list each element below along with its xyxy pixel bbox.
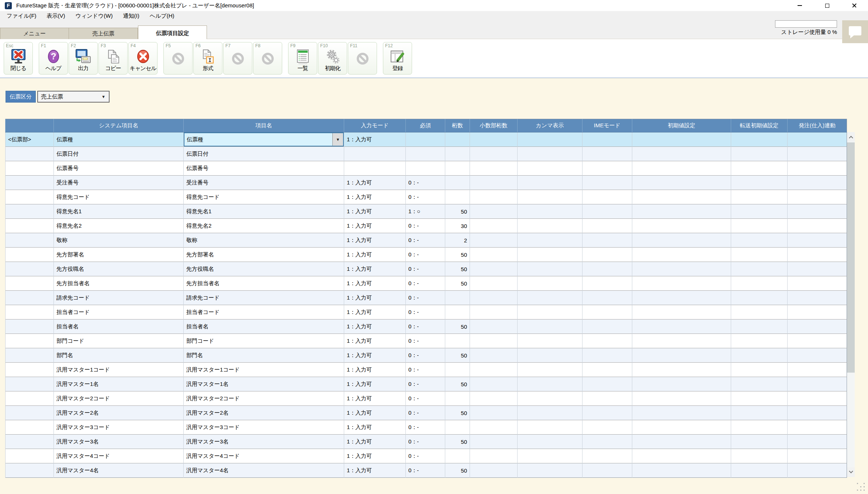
cell-ime-mode[interactable] — [582, 391, 632, 406]
cell-item-name[interactable]: 汎用マスター4名 — [184, 463, 344, 478]
cell-ime-mode[interactable] — [582, 204, 632, 219]
cell-decimal-digits[interactable] — [470, 219, 518, 233]
cell-input-mode[interactable]: 1：入力可 — [344, 190, 406, 204]
cell-system-name[interactable]: 部門名 — [54, 348, 184, 363]
cell-digits[interactable]: 50 — [445, 276, 470, 291]
cell-transfer-initial-value[interactable] — [731, 276, 788, 291]
cell-digits[interactable] — [445, 176, 470, 190]
cell-initial-value[interactable] — [632, 406, 731, 420]
cell-decimal-digits[interactable] — [470, 132, 518, 147]
cell-initial-value[interactable] — [632, 435, 731, 449]
cell-ime-mode[interactable] — [582, 420, 632, 435]
cell-input-mode[interactable] — [344, 161, 406, 176]
cell-ime-mode[interactable] — [582, 319, 632, 334]
cell-input-mode[interactable]: 1：入力可 — [344, 233, 406, 248]
cell-ime-mode[interactable] — [582, 377, 632, 391]
cell-order-link[interactable] — [788, 406, 847, 420]
cell-decimal-digits[interactable] — [470, 190, 518, 204]
cell-comma-display[interactable] — [518, 391, 582, 406]
cell-initial-value[interactable] — [632, 291, 731, 305]
cell-decimal-digits[interactable] — [470, 391, 518, 406]
cell-transfer-initial-value[interactable] — [731, 147, 788, 161]
cell-order-link[interactable] — [788, 204, 847, 219]
cell-system-name[interactable]: 請求先コード — [54, 291, 184, 305]
cell-input-mode[interactable]: 1：入力可 — [344, 305, 406, 319]
chevron-down-icon[interactable]: ▼ — [332, 133, 343, 146]
cell-system-name[interactable]: 汎用マスター3名 — [54, 435, 184, 449]
cell-comma-display[interactable] — [518, 176, 582, 190]
cell-initial-value[interactable] — [632, 147, 731, 161]
toolbar-button-f4[interactable]: F4キャンセル — [128, 42, 158, 75]
cell-digits[interactable] — [445, 161, 470, 176]
cell-system-name[interactable]: 先方役職名 — [54, 262, 184, 276]
cell-ime-mode[interactable] — [582, 190, 632, 204]
cell-input-mode[interactable]: 1：入力可 — [344, 377, 406, 391]
cell-initial-value[interactable] — [632, 348, 731, 363]
cell-order-link[interactable] — [788, 161, 847, 176]
cell-system-name[interactable]: 伝票日付 — [54, 147, 184, 161]
cell-input-mode[interactable]: 1：入力可 — [344, 291, 406, 305]
cell-comma-display[interactable] — [518, 449, 582, 463]
cell-transfer-initial-value[interactable] — [731, 305, 788, 319]
cell-transfer-initial-value[interactable] — [731, 420, 788, 435]
cell-item-name[interactable]: 汎用マスター2名 — [184, 406, 344, 420]
cell-ime-mode[interactable] — [582, 463, 632, 478]
cell-system-name[interactable]: 得意先名2 — [54, 219, 184, 233]
cell-input-mode[interactable]: 1：入力可 — [344, 348, 406, 363]
cell-transfer-initial-value[interactable] — [731, 319, 788, 334]
cell-initial-value[interactable] — [632, 233, 731, 248]
cell-initial-value[interactable] — [632, 391, 731, 406]
cell-decimal-digits[interactable] — [470, 463, 518, 478]
cell-item-name[interactable]: 担当者名 — [184, 319, 344, 334]
cell-comma-display[interactable] — [518, 319, 582, 334]
cell-decimal-digits[interactable] — [470, 319, 518, 334]
cell-transfer-initial-value[interactable] — [731, 161, 788, 176]
cell-required[interactable]: 0：- — [406, 348, 445, 363]
cell-digits[interactable]: 50 — [445, 262, 470, 276]
cell-transfer-initial-value[interactable] — [731, 363, 788, 377]
cell-initial-value[interactable] — [632, 132, 731, 147]
slip-category-dropdown[interactable]: 売上伝票 ▼ — [37, 91, 110, 103]
tab[interactable]: メニュー — [0, 28, 69, 39]
cell-decimal-digits[interactable] — [470, 233, 518, 248]
cell-system-name[interactable]: 汎用マスター2名 — [54, 406, 184, 420]
cell-transfer-initial-value[interactable] — [731, 262, 788, 276]
cell-initial-value[interactable] — [632, 377, 731, 391]
cell-input-mode[interactable] — [344, 147, 406, 161]
toolbar-button-f6[interactable]: F6形式 — [193, 42, 222, 75]
cell-order-link[interactable] — [788, 291, 847, 305]
cell-transfer-initial-value[interactable] — [731, 391, 788, 406]
cell-item-name[interactable]: 伝票日付 — [184, 147, 344, 161]
cell-transfer-initial-value[interactable] — [731, 233, 788, 248]
cell-decimal-digits[interactable] — [470, 406, 518, 420]
cell-required[interactable]: 0：- — [406, 463, 445, 478]
cell-required[interactable]: 0：- — [406, 334, 445, 348]
cell-initial-value[interactable] — [632, 305, 731, 319]
scroll-down-button[interactable] — [847, 467, 855, 477]
cell-transfer-initial-value[interactable] — [731, 291, 788, 305]
cell-digits[interactable]: 2 — [445, 233, 470, 248]
cell-order-link[interactable] — [788, 262, 847, 276]
cell-item-name[interactable]: 先方担当者名 — [184, 276, 344, 291]
cell-item-name[interactable]: 汎用マスター4コード — [184, 449, 344, 463]
cell-item-name[interactable]: 汎用マスター1名 — [184, 377, 344, 391]
cell-required[interactable]: 0：- — [406, 262, 445, 276]
cell-initial-value[interactable] — [632, 334, 731, 348]
cell-input-mode[interactable]: 1：入力可 — [344, 463, 406, 478]
cell-initial-value[interactable] — [632, 176, 731, 190]
toolbar-button-f12[interactable]: F12登録 — [383, 42, 412, 75]
cell-digits[interactable] — [445, 132, 470, 147]
cell-comma-display[interactable] — [518, 161, 582, 176]
cell-comma-display[interactable] — [518, 147, 582, 161]
cell-ime-mode[interactable] — [582, 219, 632, 233]
cell-ime-mode[interactable] — [582, 262, 632, 276]
tab[interactable]: 伝票項目設定 — [138, 25, 207, 39]
cell-transfer-initial-value[interactable] — [731, 377, 788, 391]
cell-initial-value[interactable] — [632, 363, 731, 377]
cell-system-name[interactable]: 先方部署名 — [54, 248, 184, 262]
cell-system-name[interactable]: 担当者コード — [54, 305, 184, 319]
cell-required[interactable]: 0：- — [406, 420, 445, 435]
cell-comma-display[interactable] — [518, 248, 582, 262]
toolbar-button-esc[interactable]: Esc閉じる — [4, 42, 33, 75]
cell-comma-display[interactable] — [518, 420, 582, 435]
